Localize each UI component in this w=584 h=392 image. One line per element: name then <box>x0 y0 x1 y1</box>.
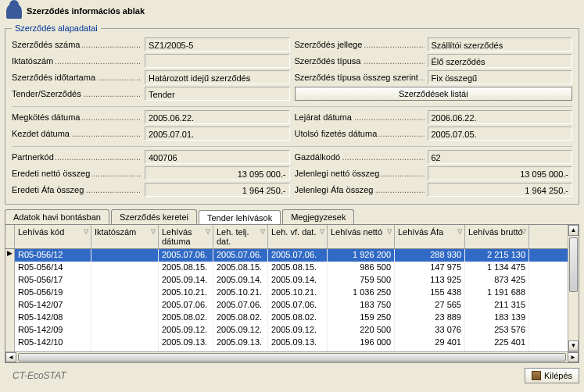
sort-icon: ▽ <box>320 227 324 237</box>
cell-netto: 986 500 <box>328 262 395 274</box>
kezdet-field: 2005.07.01. <box>145 127 290 141</box>
contracts-list-button[interactable]: Szerződések listái <box>295 87 573 101</box>
table-row[interactable]: R05-056/142005.08.15.2005.08.15.2005.08.… <box>5 262 579 274</box>
calls-table: Lehívás kód▽ Iktatószám▽ Lehívás dátuma▽… <box>5 224 579 363</box>
label: Szerződés típusa összeg szerint <box>295 73 420 82</box>
tab-frames[interactable]: Szerződés keretei <box>111 209 197 224</box>
cell-ikt <box>91 299 159 312</box>
duration-field: Határozott idejű szerződés <box>145 70 290 84</box>
sort-icon: ▽ <box>260 227 265 237</box>
tender-field: Tender <box>145 87 290 101</box>
col-ikt[interactable]: Iktatószám▽ <box>91 225 159 248</box>
tab-tender-calls[interactable]: Tender lehívások <box>199 210 281 225</box>
vertical-scrollbar[interactable]: ▲ ▼ <box>568 225 579 351</box>
row-marker: ▶ <box>5 249 15 262</box>
cell-dat: 2005.09.14. <box>159 274 213 287</box>
cell-ikt <box>91 324 159 337</box>
scroll-left-icon[interactable]: ◄ <box>5 352 16 362</box>
scroll-right-icon[interactable]: ► <box>568 352 579 362</box>
table-row[interactable]: R05-142/092005.09.12.2005.09.12.2005.09.… <box>5 324 579 337</box>
scroll-up-icon[interactable]: ▲ <box>568 225 579 236</box>
col-vf[interactable]: Leh. vf. dat.▽ <box>268 225 328 248</box>
table-row[interactable]: R05-142/082005.08.02.2005.08.02.2005.08.… <box>5 312 579 324</box>
exit-button[interactable]: Kilépés <box>525 368 579 383</box>
scroll-thumb[interactable] <box>18 353 566 362</box>
tab-notes[interactable]: Megjegyzesek <box>282 209 354 224</box>
label: Partnerkód <box>12 152 56 162</box>
table-row[interactable]: R05-142/102005.09.13.2005.09.13.2005.09.… <box>5 337 579 349</box>
cell-netto: 196 000 <box>328 337 395 349</box>
cell-kod: R05-142/09 <box>15 324 91 337</box>
scroll-down-icon[interactable]: ▼ <box>568 340 579 351</box>
table-header: Lehívás kód▽ Iktatószám▽ Lehívás dátuma▽… <box>5 225 579 249</box>
cell-vf: 2005.07.06. <box>268 299 328 312</box>
netto-field: 13 095 000.- <box>145 166 290 180</box>
cell-ikt <box>91 312 159 324</box>
cell-kod: R05-142/10 <box>15 337 91 349</box>
tab-monthly[interactable]: Adatok havi bontásban <box>5 209 109 224</box>
cell-afa: 33 076 <box>395 324 465 337</box>
label: Tender/Szerződés <box>12 89 83 98</box>
col-telj[interactable]: Leh. telj. dat.▽ <box>213 225 268 248</box>
col-netto[interactable]: Lehívás nettó▽ <box>328 225 395 248</box>
cell-dat: 2005.08.02. <box>159 312 213 324</box>
cell-brutto: 2 215 130 <box>465 249 529 262</box>
cell-netto: 1 036 250 <box>328 287 395 299</box>
sort-icon: ▽ <box>457 227 462 237</box>
cell-afa: 155 438 <box>395 287 465 299</box>
cell-brutto: 873 425 <box>465 274 529 287</box>
sort-icon: ▽ <box>151 227 156 237</box>
cell-brutto: 1 134 475 <box>465 262 529 274</box>
tipusa-field: Élő szerződés <box>428 54 573 68</box>
table-row[interactable]: R05-056/192005.10.21.2005.10.21.2005.10.… <box>5 287 579 299</box>
col-afa[interactable]: Lehívás Áfa▽ <box>395 225 465 248</box>
brand-label: CT-EcoSTAT <box>5 370 66 381</box>
table-row[interactable]: ▶R05-056/122005.07.06.2005.07.06.2005.07… <box>5 249 579 262</box>
cell-afa: 147 975 <box>395 262 465 274</box>
row-marker <box>5 324 15 337</box>
sort-icon: ▽ <box>206 227 210 237</box>
cell-brutto: 225 401 <box>465 337 529 349</box>
table-body: ▶R05-056/122005.07.06.2005.07.06.2005.07… <box>5 249 579 362</box>
label: Iktatószám <box>12 56 55 66</box>
col-dat[interactable]: Lehívás dátuma▽ <box>159 225 213 248</box>
footer: CT-EcoSTAT Kilépés <box>5 368 579 383</box>
col-brutto[interactable]: Lehívás bruttó▽ <box>465 225 529 248</box>
table-row[interactable]: R05-142/072005.07.06.2005.07.06.2005.07.… <box>5 299 579 312</box>
cell-kod: R05-056/12 <box>15 249 91 262</box>
row-marker <box>5 274 15 287</box>
title-bar: Szerződés információs ablak <box>0 0 584 22</box>
label: Szerződés száma <box>12 40 81 49</box>
cell-vf: 2005.07.06. <box>268 249 328 262</box>
cell-dat: 2005.09.13. <box>159 337 213 349</box>
label: Eredeti nettó összeg <box>12 169 91 178</box>
horizontal-scrollbar[interactable]: ◄ ► <box>5 351 579 362</box>
cell-vf: 2005.08.02. <box>268 312 328 324</box>
cell-netto: 220 500 <box>328 324 395 337</box>
cell-brutto: 211 315 <box>465 299 529 312</box>
tabs: Adatok havi bontásban Szerződés keretei … <box>5 209 579 224</box>
exit-label: Kilépés <box>544 371 572 380</box>
cell-ikt <box>91 337 159 349</box>
cell-kod: R05-142/07 <box>15 299 91 312</box>
cell-telj: 2005.09.14. <box>213 274 268 287</box>
cell-vf: 2005.09.14. <box>268 274 328 287</box>
row-marker <box>5 337 15 349</box>
cell-dat: 2005.07.06. <box>159 299 213 312</box>
label: Gazdálkodó <box>295 152 342 162</box>
cell-telj: 2005.09.12. <box>213 324 268 337</box>
cell-telj: 2005.08.15. <box>213 262 268 274</box>
cell-kod: R05-142/08 <box>15 312 91 324</box>
cell-afa: 29 401 <box>395 337 465 349</box>
cell-brutto: 183 139 <box>465 312 529 324</box>
cell-kod: R05-056/17 <box>15 274 91 287</box>
iktatoszam-field <box>145 54 290 68</box>
cell-afa: 27 565 <box>395 299 465 312</box>
cell-netto: 159 250 <box>328 312 395 324</box>
label: Lejárat dátuma <box>295 112 353 122</box>
table-row[interactable]: R05-056/172005.09.14.2005.09.14.2005.09.… <box>5 274 579 287</box>
col-kod[interactable]: Lehívás kód▽ <box>15 225 91 248</box>
scroll-thumb[interactable] <box>569 237 578 292</box>
cell-netto: 183 750 <box>328 299 395 312</box>
afa-field: 1 964 250.- <box>145 183 290 197</box>
